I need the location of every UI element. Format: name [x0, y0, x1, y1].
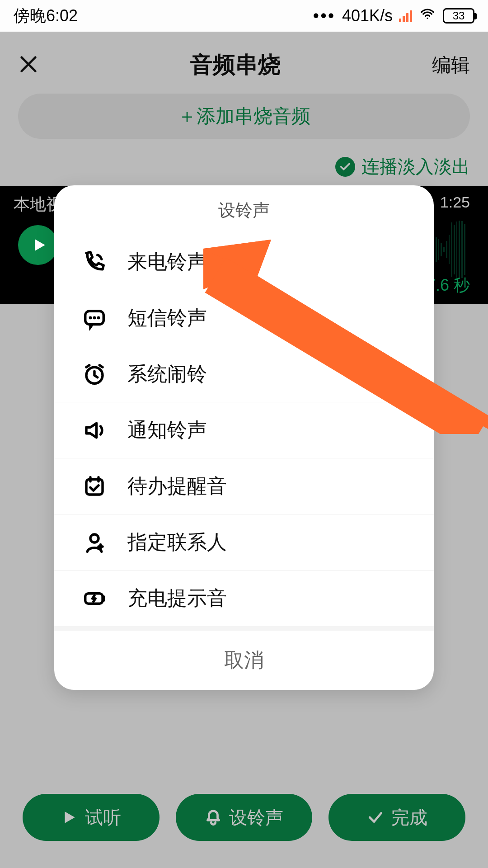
cancel-label: 取消	[224, 649, 264, 671]
option-label: 指定联系人	[127, 529, 227, 556]
svg-point-3	[90, 534, 99, 542]
speaker-icon	[81, 417, 108, 443]
play-button[interactable]	[18, 225, 58, 265]
modal-title: 设铃声	[54, 185, 434, 234]
ringtone-modal: 设铃声 来电铃声 短信铃声 系统闹铃 通知铃声	[54, 185, 434, 690]
network-speed: 401K/s	[342, 6, 393, 25]
svg-rect-2	[86, 479, 103, 495]
ringtone-option-call[interactable]: 来电铃声	[54, 234, 434, 290]
ringtone-option-sms[interactable]: 短信铃声	[54, 290, 434, 346]
ringtone-option-todo[interactable]: 待办提醒音	[54, 458, 434, 514]
alarm-icon	[81, 361, 108, 387]
option-label: 待办提醒音	[127, 473, 227, 500]
option-label: 短信铃声	[127, 305, 207, 331]
cancel-button[interactable]: 取消	[54, 626, 434, 690]
calendar-check-icon	[81, 473, 108, 500]
wifi-icon	[418, 6, 436, 25]
ringtone-option-contact[interactable]: 指定联系人	[54, 514, 434, 570]
status-time: 傍晚6:02	[14, 5, 78, 27]
person-add-icon	[81, 529, 108, 556]
battery-charge-icon	[81, 585, 108, 612]
phone-icon	[81, 249, 108, 275]
ringtone-option-alarm[interactable]: 系统闹铃	[54, 346, 434, 402]
option-label: 来电铃声	[127, 249, 207, 275]
option-label: 充电提示音	[127, 585, 227, 612]
battery-level: 33	[453, 9, 465, 22]
ringtone-option-notification[interactable]: 通知铃声	[54, 402, 434, 458]
message-icon	[81, 305, 108, 331]
more-dots-icon: •••	[313, 6, 336, 25]
option-label: 通知铃声	[127, 417, 207, 443]
signal-icon	[399, 9, 412, 22]
status-bar: 傍晚6:02 ••• 401K/s 33	[0, 0, 488, 32]
ringtone-option-charging[interactable]: 充电提示音	[54, 570, 434, 626]
option-label: 系统闹铃	[127, 361, 207, 387]
battery-icon: 33	[443, 8, 474, 24]
